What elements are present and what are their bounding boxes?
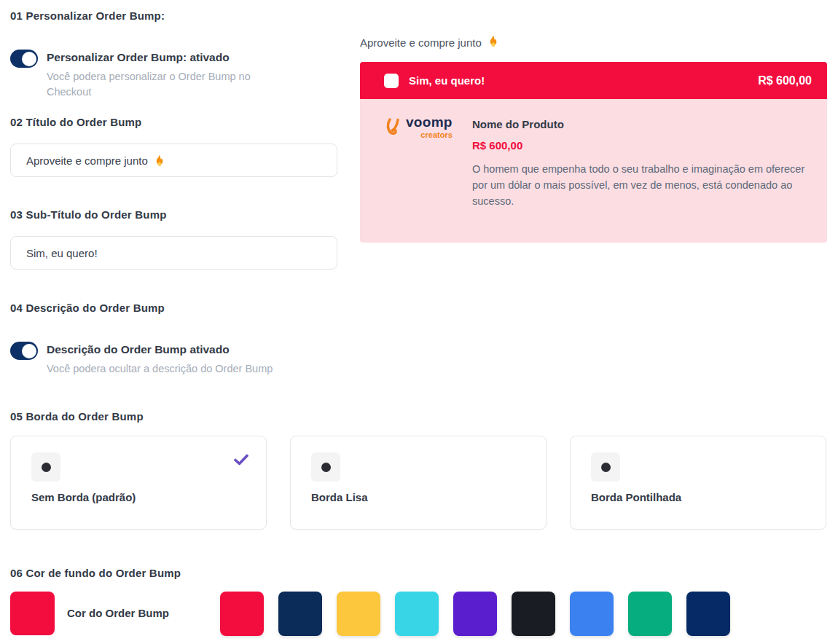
preview-offer-header: Sim, eu quero! R$ 600,00 [360, 62, 827, 99]
color-palette [220, 592, 730, 636]
color-swatch-red[interactable] [220, 592, 264, 636]
border-option-borda-pontilhada[interactable]: Borda Pontilhada [570, 436, 826, 530]
preview-offer-body: voomp creators Nome do Produto R$ 600,00… [360, 99, 827, 243]
preview-title-text: Aproveite e compre junto [360, 36, 482, 49]
border-option-label: Borda Pontilhada [591, 491, 805, 503]
voomp-logo: voomp creators [383, 115, 453, 139]
border-option-borda-lisa[interactable]: Borda Lisa [290, 436, 547, 530]
descricao-toggle-label: Descrição do Order Bump ativado [47, 343, 273, 356]
personalizar-toggle-hint: Você podera personalizar o Order Bump no… [47, 69, 273, 100]
selected-color-swatch[interactable] [10, 592, 55, 635]
border-option-sem-borda[interactable]: Sem Borda (padrão) [10, 436, 267, 530]
titulo-input-value: Aproveite e compre junto [26, 154, 148, 167]
color-swatch-black[interactable] [512, 592, 555, 636]
order-bump-settings-page: 01 Personalizar Order Bump: Personalizar… [0, 0, 838, 644]
preview-offer-price: R$ 600,00 [758, 74, 812, 87]
section-title-titulo: 02 Título do Order Bump [10, 116, 141, 128]
flame-icon [487, 35, 498, 50]
color-picker-row: Cor do Order Bump [10, 592, 828, 636]
descricao-toggle[interactable] [10, 342, 38, 360]
preview-offer-label: Sim, eu quero! [409, 74, 485, 87]
color-swatch-darknavy[interactable] [686, 592, 730, 636]
border-option-label: Sem Borda (padrão) [31, 491, 246, 503]
preview-offer-checkbox[interactable] [384, 74, 399, 88]
preview-product-price: R$ 600,00 [472, 139, 815, 152]
preview-product-info: Nome do Produto R$ 600,00 O homem que em… [472, 118, 815, 209]
voomp-swirl-icon [383, 117, 402, 137]
dot-icon [321, 463, 331, 472]
preview-product-name: Nome do Produto [472, 118, 815, 130]
selected-check-icon [234, 454, 248, 466]
subtitulo-input[interactable]: Sim, eu quero! [10, 236, 337, 270]
border-preview-thumb [311, 452, 340, 482]
color-swatch-navy[interactable] [278, 592, 322, 636]
preview-title: Aproveite e compre junto [360, 35, 498, 50]
border-option-label: Borda Lisa [311, 491, 525, 503]
dot-icon [42, 463, 51, 472]
border-preview-thumb [31, 452, 60, 482]
border-preview-thumb [591, 452, 620, 482]
titulo-input[interactable]: Aproveite e compre junto [10, 144, 337, 177]
color-swatch-yellow[interactable] [337, 592, 380, 636]
toggle-knob [22, 52, 36, 66]
descricao-toggle-hint: Você podera ocultar a descrição do Order… [47, 361, 273, 377]
section-title-subtitulo: 03 Sub-Título do Order Bump [10, 208, 167, 221]
descricao-toggle-row: Descrição do Order Bump ativado Você pod… [10, 342, 273, 377]
personalizar-toggle[interactable] [10, 50, 38, 68]
section-title-personalizar: 01 Personalizar Order Bump: [10, 9, 165, 22]
voomp-logo-word: voomp [406, 115, 453, 129]
color-swatch-purple[interactable] [453, 592, 497, 636]
color-swatch-cyan[interactable] [395, 592, 439, 636]
personalizar-toggle-row: Personalizar Order Bump: ativado Você po… [10, 50, 273, 100]
section-title-descricao: 04 Descrição do Order Bump [10, 302, 165, 314]
personalizar-toggle-label: Personalizar Order Bump: ativado [47, 51, 273, 64]
flame-icon [154, 154, 165, 167]
preview-product-description: O homem que empenha todo o seu trabalho … [472, 162, 815, 209]
section-title-borda: 05 Borda do Order Bump [10, 410, 144, 423]
subtitulo-input-value: Sim, eu quero! [26, 247, 98, 259]
section-title-cor-fundo: 06 Cor de fundo do Order Bump [10, 567, 181, 579]
border-options: Sem Borda (padrão) Borda Lisa Borda Pont… [10, 436, 826, 530]
selected-color-label: Cor do Order Bump [67, 607, 169, 619]
dot-icon [601, 463, 611, 472]
color-swatch-blue[interactable] [570, 592, 614, 636]
voomp-logo-sub: creators [420, 131, 452, 139]
color-swatch-green[interactable] [628, 592, 672, 636]
toggle-knob [22, 344, 36, 358]
